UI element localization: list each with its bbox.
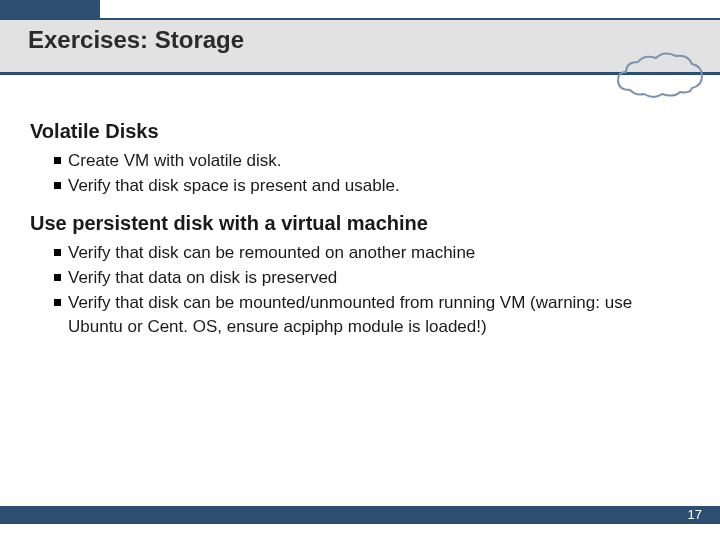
section-heading-1: Volatile Disks	[30, 120, 680, 143]
list-item: Verify that disk can be remounted on ano…	[54, 241, 680, 266]
list-item: Verify that disk can be mounted/unmounte…	[54, 291, 680, 340]
bullet-list-2: Verify that disk can be remounted on ano…	[30, 241, 680, 340]
section-heading-2: Use persistent disk with a virtual machi…	[30, 212, 680, 235]
page-number: 17	[688, 507, 702, 522]
bullet-list-1: Create VM with volatile disk. Verify tha…	[30, 149, 680, 198]
slide-title: Exercises: Storage	[28, 26, 244, 54]
content-area: Volatile Disks Create VM with volatile d…	[30, 108, 680, 354]
cloud-icon	[610, 50, 710, 100]
list-item: Verify that disk space is present and us…	[54, 174, 680, 199]
list-item: Verify that data on disk is preserved	[54, 266, 680, 291]
top-accent-tab	[0, 0, 100, 18]
list-item: Create VM with volatile disk.	[54, 149, 680, 174]
footer-bar	[0, 506, 720, 524]
